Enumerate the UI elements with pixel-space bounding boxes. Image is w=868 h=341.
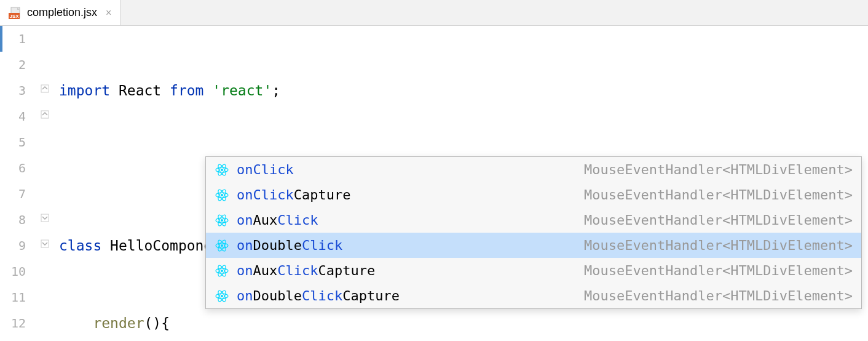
completion-item-selected[interactable]: onDoubleClick MouseEventHandler<HTMLDivE… [206, 233, 861, 258]
svg-text:JSX: JSX [9, 14, 19, 19]
completion-name: onClick [237, 162, 294, 177]
completion-item[interactable]: onClickCapture MouseEventHandler<HTMLDiv… [206, 182, 861, 207]
svg-point-15 [221, 219, 223, 222]
line-number: 4 [0, 103, 26, 129]
code-line: render(){ [59, 310, 868, 336]
tab-filename: completion.jsx [27, 6, 97, 19]
completion-name: onDoubleClickCapture [237, 288, 400, 303]
svg-rect-4 [41, 111, 49, 118]
react-icon [215, 213, 229, 228]
react-icon [215, 289, 229, 303]
completion-type: MouseEventHandler<HTMLDivElement> [358, 187, 853, 203]
react-icon [215, 238, 229, 253]
jsx-file-icon: JSX [9, 7, 22, 19]
close-icon[interactable]: × [106, 7, 111, 18]
completion-type: MouseEventHandler<HTMLDivElement> [350, 238, 853, 253]
svg-point-27 [221, 295, 223, 297]
react-icon [215, 263, 229, 278]
fold-column [37, 26, 59, 341]
completion-item[interactable]: onDoubleClickCapture MouseEventHandler<H… [206, 283, 861, 308]
line-number: 11 [0, 284, 26, 310]
line-number: 2 [0, 52, 26, 78]
svg-point-7 [221, 169, 223, 171]
svg-point-23 [221, 270, 223, 272]
line-number: 3 [0, 78, 26, 103]
completion-item[interactable]: onClick MouseEventHandler<HTMLDivElement… [206, 157, 861, 182]
line-number: 9 [0, 233, 26, 259]
completion-item[interactable]: onAuxClickCapture MouseEventHandler<HTML… [206, 258, 861, 283]
tab-bar: JSX completion.jsx × [0, 0, 868, 26]
completion-name: onClickCapture [237, 187, 350, 203]
completion-type: MouseEventHandler<HTMLDivElement> [325, 212, 853, 228]
line-number: 7 [0, 181, 26, 207]
completion-name: onDoubleClick [237, 238, 342, 253]
svg-rect-5 [41, 214, 49, 222]
fold-open-icon[interactable] [41, 110, 49, 121]
file-tab[interactable]: JSX completion.jsx × [0, 0, 120, 25]
completion-name: onAuxClick [237, 212, 318, 228]
fold-close-icon[interactable] [41, 239, 49, 251]
code-line: import React from 'react'; [59, 78, 868, 103]
line-number: 8 [0, 207, 26, 233]
line-gutter: 1 2 3 4 5 6 7 8 9 10 11 12 [0, 26, 37, 341]
svg-point-11 [221, 194, 223, 196]
line-number: 6 [0, 155, 26, 181]
completion-type: MouseEventHandler<HTMLDivElement> [382, 263, 853, 278]
line-number: 12 [0, 310, 26, 336]
svg-point-19 [221, 244, 223, 247]
react-icon [215, 162, 229, 177]
svg-rect-6 [41, 240, 49, 247]
react-icon [215, 188, 229, 203]
completion-item[interactable]: onAuxClick MouseEventHandler<HTMLDivElem… [206, 207, 861, 233]
svg-rect-3 [41, 85, 49, 92]
line-number: 1 [0, 26, 26, 52]
line-number: 10 [0, 259, 26, 284]
completion-popup: onClick MouseEventHandler<HTMLDivElement… [205, 156, 862, 309]
modified-marker [0, 26, 2, 52]
completion-type: MouseEventHandler<HTMLDivElement> [407, 288, 853, 303]
fold-open-icon[interactable] [41, 84, 49, 95]
completion-name: onAuxClickCapture [237, 263, 375, 278]
fold-close-icon[interactable] [41, 213, 49, 225]
line-number: 5 [0, 129, 26, 155]
completion-type: MouseEventHandler<HTMLDivElement> [301, 162, 853, 177]
